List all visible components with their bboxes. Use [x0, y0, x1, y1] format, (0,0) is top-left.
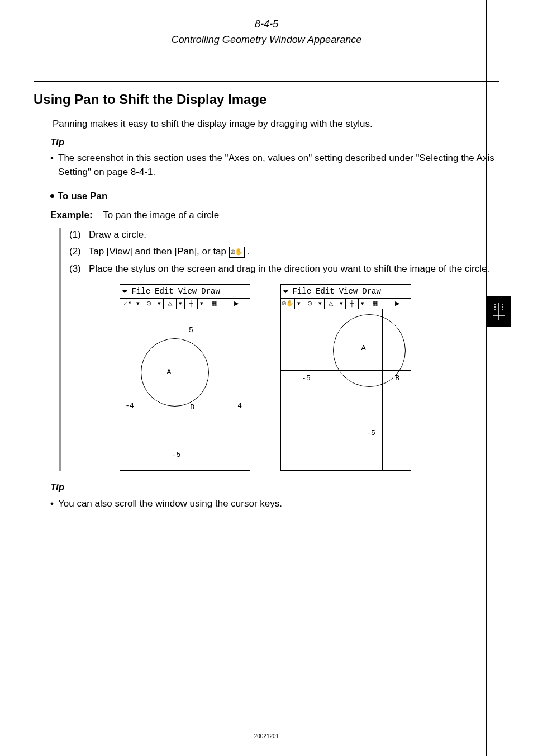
bullet-icon: • — [50, 152, 58, 179]
tool-grid-icon: ▦ — [367, 299, 383, 309]
tip-label-2: Tip — [50, 481, 499, 495]
tip-label-1: Tip — [50, 136, 499, 150]
tool-circle-icon: ⊙ — [142, 299, 155, 309]
circle-shape — [141, 338, 209, 407]
calc1-toolbar: ⟋↖ ▾ ⊙ ▾ △ ▾ ┼ ▾ ▦ ▶ — [120, 299, 250, 309]
tool-pan-icon: ⎚✋ — [281, 299, 295, 309]
dropdown-icon: ▾ — [337, 299, 346, 309]
pan-icon: ⎚✋ — [229, 247, 245, 257]
step-3-text: Place the stylus on the screen and drag … — [89, 263, 489, 274]
page-heading: Using Pan to Shift the Display Image — [34, 90, 499, 110]
tip-1-text: The screenshot in this section uses the … — [58, 152, 499, 179]
calc1-canvas: 5 4 -4 -5 A B — [120, 309, 250, 470]
step-1-text: Draw a circle. — [89, 229, 146, 240]
calc-screenshot-2: ❤ File Edit View Draw ⎚✋ ▾ ⊙ ▾ △ ▾ ┼ ▾ ▦… — [280, 284, 411, 471]
example-text: To pan the image of a circle — [103, 210, 219, 220]
bullet-dot-icon — [50, 194, 54, 198]
point-a: A — [361, 343, 366, 354]
step-1: (1) Draw a circle. — [69, 228, 499, 242]
checkmark-icon: ❤ — [283, 286, 288, 297]
tip-2-text: You can also scroll the window using the… — [58, 497, 282, 511]
footer-date: 20021201 — [0, 733, 533, 741]
tool-select-icon: ⟋↖ — [120, 299, 134, 309]
tick-right: 4 — [237, 401, 242, 412]
step-3: (3) Place the stylus on the screen and d… — [69, 262, 499, 276]
tool-grid-icon: ▦ — [206, 299, 222, 309]
menu-draw: Draw — [362, 286, 381, 297]
dropdown-icon: ▾ — [359, 299, 367, 309]
tool-triangle-icon: △ — [325, 299, 337, 309]
tick-top: 5 — [189, 325, 193, 336]
calc2-menubar: ❤ File Edit View Draw — [281, 285, 411, 299]
step-1-num: (1) — [69, 229, 81, 240]
dropdown-icon: ▾ — [155, 299, 164, 309]
menu-file: File — [131, 286, 150, 297]
calc2-toolbar: ⎚✋ ▾ ⊙ ▾ △ ▾ ┼ ▾ ▦ ▶ — [281, 299, 411, 309]
side-tab-icon — [492, 303, 506, 320]
tool-axes-icon: ┼ — [185, 299, 198, 309]
checkmark-icon: ❤ — [122, 286, 127, 297]
calc-screenshot-1: ❤ File Edit View Draw ⟋↖ ▾ ⊙ ▾ △ ▾ ┼ ▾ ▦… — [120, 284, 250, 471]
point-a: A — [167, 367, 172, 378]
dropdown-icon: ▾ — [198, 299, 206, 309]
step-2: (2) Tap [View] and then [Pan], or tap ⎚✋… — [69, 245, 499, 259]
divider — [34, 81, 499, 82]
step-2-pre: Tap [View] and then [Pan], or tap — [89, 246, 229, 257]
tool-axes-icon: ┼ — [346, 299, 359, 309]
menu-edit: Edit — [316, 286, 335, 297]
intro-paragraph: Panning makes it easy to shift the displ… — [53, 117, 499, 131]
calc1-menubar: ❤ File Edit View Draw — [120, 285, 250, 299]
bullet-icon: • — [50, 497, 58, 511]
point-b: B — [395, 374, 399, 384]
example-line: Example: To pan the image of a circle — [50, 209, 499, 223]
point-b: B — [190, 403, 194, 413]
calc2-canvas: -5 -5 A B — [281, 309, 411, 470]
dropdown-icon: ▾ — [177, 299, 185, 309]
tip-2: • You can also scroll the window using t… — [50, 497, 499, 511]
menu-view: View — [178, 286, 197, 297]
menu-draw: Draw — [201, 286, 220, 297]
section-title: Controlling Geometry Window Appearance — [34, 32, 499, 47]
dropdown-icon: ▾ — [134, 299, 142, 309]
tool-circle-icon: ⊙ — [303, 299, 316, 309]
tool-scroll-right-icon: ▶ — [383, 299, 411, 309]
tool-triangle-icon: △ — [164, 299, 177, 309]
section-number: 8-4-5 — [34, 17, 499, 31]
side-tab — [487, 296, 511, 327]
page: 8-4-5 Controlling Geometry Window Appear… — [0, 0, 533, 756]
menu-edit: Edit — [155, 286, 174, 297]
tool-scroll-right-icon: ▶ — [222, 299, 250, 309]
dropdown-icon: ▾ — [295, 299, 303, 309]
steps-block: (1) Draw a circle. (2) Tap [View] and th… — [59, 228, 499, 471]
step-2-num: (2) — [69, 246, 81, 257]
screenshots-row: ❤ File Edit View Draw ⟋↖ ▾ ⊙ ▾ △ ▾ ┼ ▾ ▦… — [120, 284, 499, 471]
tick-left: -4 — [125, 401, 134, 412]
step-2-post: . — [247, 246, 250, 257]
subheading-text: To use Pan — [58, 191, 107, 201]
menu-view: View — [339, 286, 358, 297]
tick-left: -5 — [302, 374, 311, 384]
example-label: Example: — [50, 210, 93, 220]
page-right-rule — [486, 0, 487, 756]
menu-file: File — [292, 286, 311, 297]
tip-1: • The screenshot in this section uses th… — [50, 152, 499, 179]
step-3-num: (3) — [69, 263, 81, 274]
tick-bottom: -5 — [172, 450, 181, 461]
subheading: To use Pan — [50, 190, 499, 204]
tick-bottom: -5 — [367, 428, 375, 439]
dropdown-icon: ▾ — [316, 299, 325, 309]
